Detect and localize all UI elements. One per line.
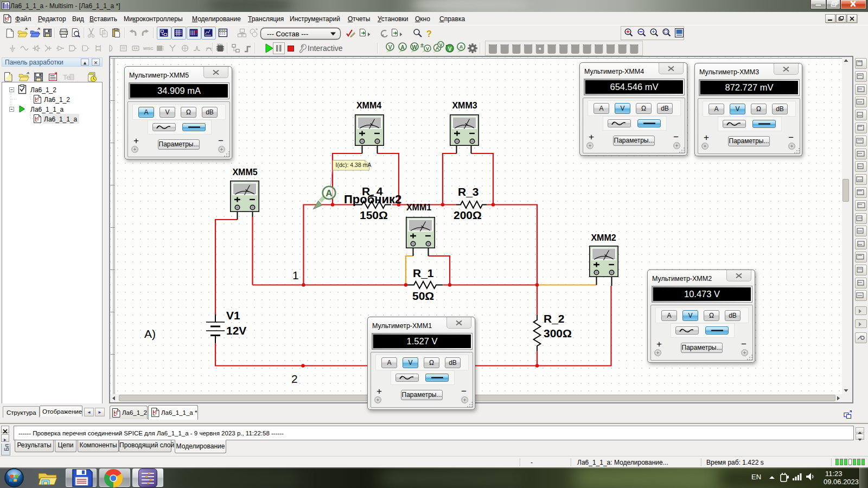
svg-text:V: V (448, 46, 452, 52)
svg-text:А): А) (144, 328, 156, 340)
svg-text:Ла6_1_1_а: Ла6_1_1_а (44, 115, 78, 123)
svg-text:V1: V1 (226, 309, 240, 322)
svg-text:I(dc): 4.38 mA: I(dc): 4.38 mA (336, 162, 372, 168)
svg-text:R_2: R_2 (544, 312, 565, 325)
svg-text:XMM5: XMM5 (232, 168, 257, 177)
svg-text:?: ? (426, 29, 432, 38)
svg-text:--- Состав ---: --- Состав --- (267, 30, 308, 38)
svg-text:12V: 12V (226, 324, 246, 337)
svg-text:XMM1: XMM1 (406, 203, 431, 212)
svg-text:XMM2: XMM2 (591, 233, 616, 242)
svg-text:Ла6_1_1_а: Ла6_1_1_а (30, 106, 64, 113)
svg-text:XMM4: XMM4 (356, 101, 381, 110)
svg-text:V: V (388, 44, 392, 50)
svg-text:A: A (400, 44, 404, 50)
svg-text:±: ± (420, 42, 424, 48)
svg-text:Interactive: Interactive (308, 44, 343, 53)
svg-text:Te: Te (63, 73, 71, 81)
svg-text:XMM3: XMM3 (452, 101, 477, 110)
svg-text:ADU: ADU (217, 43, 222, 46)
svg-text:2: 2 (291, 373, 298, 385)
svg-text:200Ω: 200Ω (454, 209, 482, 221)
svg-text:Пробник2: Пробник2 (344, 192, 401, 206)
svg-text:Ла6_1_2: Ла6_1_2 (44, 96, 70, 104)
svg-text:R_3: R_3 (458, 185, 479, 198)
svg-text:50Ω: 50Ω (412, 290, 434, 302)
svg-text:150Ω: 150Ω (360, 209, 388, 221)
svg-text:Ла6_1_2: Ла6_1_2 (30, 86, 56, 94)
svg-text:MISC: MISC (143, 46, 154, 51)
svg-text:1: 1 (292, 269, 299, 281)
svg-text:300Ω: 300Ω (544, 327, 572, 339)
svg-text:V: V (426, 46, 429, 52)
svg-text:A: A (326, 188, 332, 198)
svg-text:V: V (439, 42, 443, 48)
svg-text:W: W (412, 44, 417, 50)
svg-text:R_1: R_1 (413, 267, 434, 279)
